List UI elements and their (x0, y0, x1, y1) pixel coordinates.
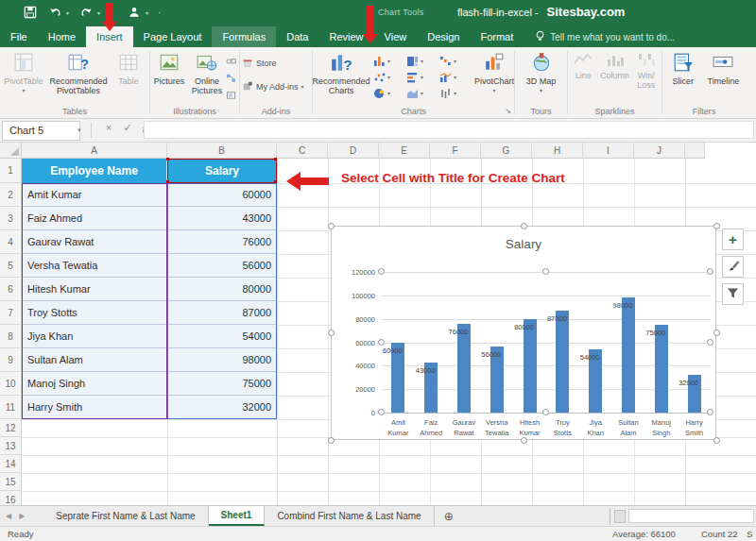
user-icon[interactable] (127, 5, 142, 20)
row-header-14[interactable]: 14 (0, 455, 22, 473)
plot-area-handle[interactable] (378, 268, 385, 275)
undo-icon[interactable] (47, 5, 62, 20)
column-header-G[interactable]: G (481, 143, 532, 159)
row-header-5[interactable]: 5 (0, 254, 22, 278)
tab-split-handle[interactable] (614, 510, 626, 523)
employee-name-cell[interactable]: Hitesh Kumar (22, 278, 167, 301)
save-icon[interactable] (23, 5, 38, 20)
shapes-icon[interactable] (226, 54, 238, 68)
salary-cell[interactable]: 76000 (167, 230, 277, 254)
column-header-partial[interactable] (685, 143, 705, 159)
column-header-H[interactable]: H (532, 143, 583, 159)
employee-name-cell[interactable]: Versha Tewatia (22, 254, 167, 278)
enter-icon[interactable]: ✓ (119, 122, 136, 134)
chart-selection-handle[interactable] (713, 437, 720, 444)
salary-cell[interactable]: 54000 (167, 325, 277, 348)
select-all-corner[interactable] (0, 143, 22, 159)
chart-plot-area[interactable]: 6000043000760005600080000870005400098000… (382, 272, 711, 414)
column-header-B[interactable]: B (167, 143, 277, 159)
row-header-2[interactable]: 2 (0, 183, 22, 207)
plot-area-handle[interactable] (707, 409, 713, 415)
chart-selection-handle[interactable] (713, 330, 720, 336)
3d-map-button[interactable]: 3D Map▾ (521, 50, 562, 107)
hierarchy-chart-icon[interactable]: ▾ (406, 53, 439, 69)
column-header-I[interactable]: I (583, 143, 634, 159)
horizontal-scrollbar[interactable] (628, 509, 754, 523)
redo-dropdown-icon[interactable]: ▾ (97, 9, 100, 16)
column-header-E[interactable]: E (379, 143, 430, 159)
tab-design[interactable]: Design (417, 26, 470, 47)
column-header-J[interactable]: J (634, 143, 685, 159)
sparkline-column-button[interactable]: Column (599, 50, 631, 107)
stock-chart-icon[interactable]: ▾ (439, 85, 472, 101)
bar-chart-icon[interactable]: ▾ (406, 69, 439, 85)
redo-icon[interactable] (78, 5, 94, 20)
row-header-3[interactable]: 3 (0, 207, 22, 230)
timeline-button[interactable]: Timeline (703, 50, 743, 107)
employee-name-cell[interactable]: Troy Stotts (22, 301, 167, 325)
salary-cell[interactable]: 60000 (167, 183, 277, 207)
new-sheet-icon[interactable]: ⊕ (435, 506, 463, 526)
pivottable-button[interactable]: PivotTable▾ (0, 50, 47, 107)
column-header-F[interactable]: F (430, 143, 481, 159)
table-header-salary[interactable]: Salary (167, 159, 277, 183)
bar[interactable] (622, 297, 635, 413)
cancel-icon[interactable]: × (100, 122, 117, 133)
undo-dropdown-icon[interactable]: ▾ (66, 9, 69, 16)
screenshot-icon[interactable] (226, 88, 238, 102)
plot-area-handle[interactable] (378, 339, 385, 346)
column-header-C[interactable]: C (277, 143, 328, 159)
formula-input[interactable] (144, 121, 754, 139)
plot-area-handle[interactable] (542, 409, 549, 415)
chart-selection-handle[interactable] (521, 437, 527, 444)
chart-selection-handle[interactable] (521, 223, 527, 229)
row-header-16[interactable]: 16 (0, 491, 22, 505)
employee-name-cell[interactable]: Faiz Ahmed (22, 207, 167, 230)
tell-me-box[interactable]: Tell me what you want to do... (524, 26, 675, 47)
chart-filters-button[interactable] (722, 283, 744, 305)
salary-cell[interactable]: 75000 (167, 372, 277, 396)
row-header-7[interactable]: 7 (0, 301, 22, 325)
chart-selection-handle[interactable] (328, 330, 335, 336)
store-button[interactable]: Store (242, 56, 277, 70)
chart-selection-handle[interactable] (328, 437, 335, 444)
employee-name-cell[interactable]: Sultan Alam (22, 348, 167, 372)
row-header-9[interactable]: 9 (0, 348, 22, 372)
tab-formulas[interactable]: Formulas (212, 26, 276, 47)
tab-format[interactable]: Format (470, 26, 524, 47)
salary-cell[interactable]: 98000 (167, 348, 277, 372)
area-chart-icon[interactable]: ▾ (406, 85, 439, 101)
salary-chart[interactable]: Salary 600004300076000560008000087000540… (331, 226, 716, 440)
plot-area-handle[interactable] (707, 339, 713, 346)
tab-data[interactable]: Data (276, 26, 318, 47)
sparkline-winloss-button[interactable]: Win/ Loss (632, 50, 661, 107)
plot-area-handle[interactable] (707, 268, 713, 275)
tab-page-layout[interactable]: Page Layout (133, 26, 213, 47)
salary-cell[interactable]: 56000 (167, 254, 277, 278)
tab-home[interactable]: Home (38, 26, 86, 47)
salary-cell[interactable]: 80000 (167, 278, 277, 301)
table-header-employee-name[interactable]: Employee Name (22, 159, 167, 183)
sheet-tab-seprate-first-name-last-name[interactable]: Seprate First Name & Last Name (43, 506, 208, 526)
row-header-10[interactable]: 10 (0, 372, 22, 396)
row-header-13[interactable]: 13 (0, 437, 22, 455)
salary-cell[interactable]: 32000 (167, 396, 277, 419)
worksheet-grid[interactable]: Salary 600004300076000560008000087000540… (0, 143, 756, 505)
name-box-dropdown-icon[interactable]: ▾ (77, 127, 81, 134)
scatter-chart-icon[interactable]: ▾ (373, 69, 406, 85)
employee-name-cell[interactable]: Gaurav Rawat (22, 230, 167, 254)
tab-view[interactable]: View (374, 26, 418, 47)
recommended-pivottables-button[interactable]: ? Recommended PivotTables (47, 50, 110, 107)
prev-sheet-icon[interactable]: ◀ (6, 512, 11, 520)
chart-selection-handle[interactable] (713, 223, 720, 229)
slicer-button[interactable]: Slicer (665, 50, 701, 107)
row-header-11[interactable]: 11 (0, 396, 22, 419)
sheet-tab-combind-first-name-last-name[interactable]: Combind First Name & Last Name (265, 506, 434, 526)
chart-title[interactable]: Salary (332, 237, 715, 251)
employee-name-cell[interactable]: Harry Smith (22, 396, 167, 419)
pivotchart-button[interactable]: PivotChart▾ (474, 50, 514, 107)
chart-styles-button[interactable] (722, 256, 744, 278)
pie-chart-icon[interactable]: ▾ (373, 85, 406, 101)
bar[interactable] (524, 319, 537, 413)
column-header-D[interactable]: D (328, 143, 379, 159)
